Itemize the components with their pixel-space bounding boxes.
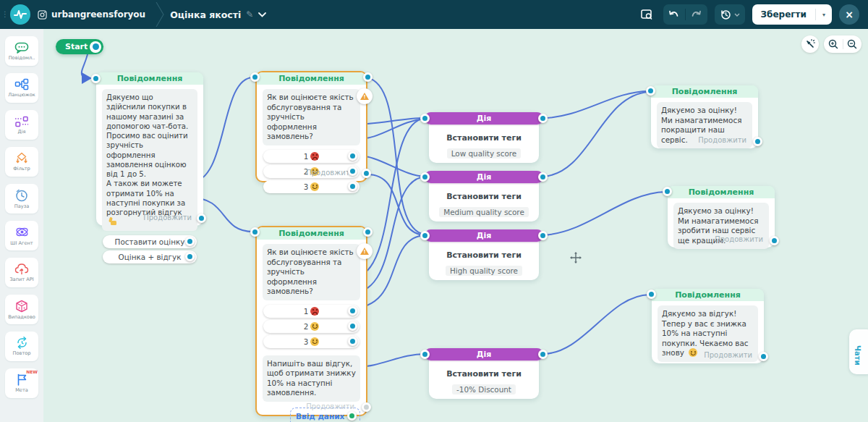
palette-item-repeat[interactable]: Повтор (5, 332, 38, 361)
chats-panel-tab[interactable]: Чати (849, 329, 868, 374)
node-header: Повідомлення (96, 72, 203, 85)
palette-item-message[interactable]: Повідомл.. (5, 36, 38, 66)
input-port[interactable] (646, 86, 655, 96)
zoom-out-button[interactable] (843, 39, 862, 49)
edit-title-icon[interactable]: ✎ (246, 9, 253, 20)
button-output-port[interactable] (348, 306, 357, 316)
node-header: Дія (425, 348, 543, 360)
node-type-label: Дія (477, 114, 492, 123)
input-port[interactable] (250, 72, 260, 82)
pointer-tool-button[interactable] (801, 35, 819, 53)
palette-item-ai-agent[interactable]: ШІ Агент (5, 221, 38, 250)
button-output-port[interactable] (185, 252, 195, 261)
app-logo[interactable] (10, 4, 30, 25)
button-output-port[interactable] (348, 337, 357, 346)
node-message-thanks-high[interactable]: Повідомлення Дякуємо за оцінку! Ми намаг… (668, 186, 775, 248)
input-port[interactable] (663, 187, 672, 196)
history-button[interactable] (715, 4, 745, 25)
action-title: Встановити теги (429, 192, 539, 201)
zoom-controls (824, 35, 861, 53)
breadcrumb-separator (156, 2, 164, 27)
start-node[interactable]: Start (56, 39, 103, 54)
palette-item-label: Випадково (8, 314, 35, 320)
header-output-port[interactable] (363, 227, 373, 237)
palette-item-random[interactable]: Випадково (5, 295, 38, 324)
continue-output-port[interactable] (362, 169, 371, 178)
zoom-in-button[interactable] (824, 39, 843, 49)
continue-output-port[interactable] (770, 236, 779, 245)
redo-button[interactable] (686, 4, 707, 25)
continue-output-port[interactable] (759, 352, 768, 361)
button-output-port[interactable] (348, 151, 357, 161)
palette-item-goal[interactable]: NEW Мета (5, 368, 38, 398)
close-button[interactable]: × (839, 4, 859, 25)
input-port[interactable] (420, 114, 430, 123)
output-port[interactable] (538, 172, 548, 182)
node-message-rate-quick[interactable]: Повідомлення ! Як ви оцінюєте якість обс… (255, 71, 367, 182)
continue-output-port[interactable] (362, 402, 371, 412)
button-label: Поставити оцінку (115, 237, 185, 246)
undo-icon (668, 10, 679, 20)
redo-icon (691, 10, 702, 20)
wink-emoji (310, 337, 319, 346)
header-output-port[interactable] (363, 72, 373, 82)
palette-item-action[interactable]: Дія (5, 110, 38, 140)
minimap-button[interactable] (637, 5, 656, 24)
node-message-rate-review[interactable]: Повідомлення ! Як ви оцінюєте якість обс… (255, 226, 367, 416)
button-output-port[interactable] (348, 166, 357, 176)
output-port[interactable] (538, 350, 548, 359)
button-output-port[interactable] (348, 321, 357, 331)
rating-button-3[interactable]: 3 (263, 180, 359, 193)
palette-item-api-request[interactable]: Запит API (5, 258, 38, 287)
rating-button-1[interactable]: 1 (263, 305, 359, 318)
continue-output-port[interactable] (753, 137, 762, 146)
button-output-port[interactable] (185, 237, 195, 246)
action-title: Встановити теги (429, 250, 539, 260)
angry-emoji (310, 152, 319, 161)
channel-name: urbangreensforyou (51, 9, 145, 20)
flow-canvas[interactable]: Start Повідомлення Дякуємо що здійснили … (43, 29, 868, 422)
palette-item-label: Мета (15, 387, 28, 393)
button-label: 3 (304, 182, 309, 191)
rating-button-2[interactable]: 2 (263, 320, 359, 333)
continue-output-port[interactable] (197, 214, 206, 223)
pulse-icon (14, 9, 27, 20)
output-port[interactable] (538, 231, 548, 240)
input-port[interactable] (420, 231, 430, 240)
button-label: 3 (304, 337, 309, 346)
quick-reply-button[interactable]: Оцінка + відгук (103, 250, 197, 263)
node-message-welcome[interactable]: Повідомлення Дякуємо що здійснили покупк… (96, 72, 203, 226)
palette-item-filter[interactable]: Фільтр (5, 147, 38, 177)
wink-emoji (310, 182, 319, 191)
input-port[interactable] (420, 172, 430, 182)
node-action-tag-high[interactable]: Дія Встановити теги High quality score (429, 229, 539, 280)
channel-breadcrumb[interactable]: urbangreensforyou (38, 9, 145, 20)
save-options-button[interactable]: ▾ (816, 12, 832, 18)
node-message-thanks-review[interactable]: Повідомлення Дякуємо за відгук! Тепер у … (652, 289, 764, 363)
input-port[interactable] (91, 74, 101, 83)
button-output-port[interactable] (348, 182, 357, 191)
node-header: Дія (425, 112, 543, 125)
palette-item-chain[interactable]: Ланцюжок (5, 73, 38, 103)
save-split-button: Зберегти ▾ (752, 4, 832, 25)
save-button[interactable]: Зберегти (752, 9, 815, 20)
rating-button-3[interactable]: 3 (263, 335, 359, 348)
input-port[interactable] (250, 227, 260, 237)
node-message-thanks-low[interactable]: Повідомлення Дякуємо за оцінку! Ми намаг… (651, 85, 758, 148)
drag-handle-icon: ⋮ (1, 13, 7, 16)
quick-reply-button[interactable]: Поставити оцінку (103, 235, 197, 248)
palette-item-pause[interactable]: Пауза (5, 184, 38, 214)
input-port[interactable] (420, 350, 430, 359)
input-success-port[interactable] (347, 411, 357, 421)
start-output-port[interactable] (90, 41, 101, 53)
rating-button-1[interactable]: 1 (263, 150, 359, 163)
input-port[interactable] (647, 290, 656, 299)
output-port[interactable] (538, 114, 548, 123)
node-action-tag-medium[interactable]: Дія Встановити теги Medium quality score (429, 171, 539, 221)
message-text: Як ви оцінюєте якість обслуговування та … (263, 89, 360, 145)
node-action-tag-low[interactable]: Дія Встановити теги Low quality score (429, 112, 539, 163)
node-action-tag-discount[interactable]: Дія Встановити теги -10% Discount (429, 348, 539, 399)
palette-item-label: Запит API (9, 277, 33, 282)
undo-button[interactable] (663, 4, 685, 25)
chevron-down-icon[interactable] (258, 12, 266, 17)
